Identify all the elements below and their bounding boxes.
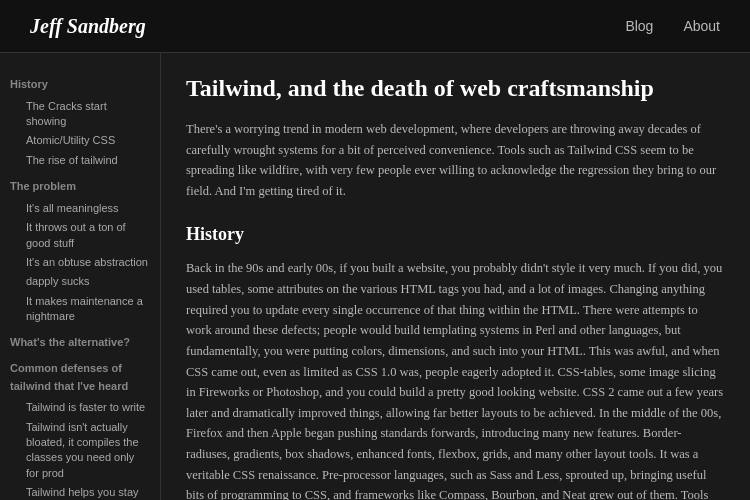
toc-item-atomic[interactable]: Atomic/Utility CSS — [10, 131, 150, 150]
toc-item-obtuse[interactable]: It's an obtuse abstraction — [10, 253, 150, 272]
main-content: Tailwind, and the death of web craftsman… — [160, 53, 750, 500]
nav-blog[interactable]: Blog — [625, 15, 653, 37]
history-body: Back in the 90s and early 00s, if you bu… — [186, 258, 725, 500]
toc-item-dapply[interactable]: dapply sucks — [10, 272, 150, 291]
toc-item-bloated[interactable]: Tailwind isn't actually bloated, it comp… — [10, 418, 150, 484]
toc-item-cracks[interactable]: The Cracks start showing — [10, 97, 150, 132]
toc-item-rise[interactable]: The rise of tailwind — [10, 151, 150, 170]
site-title[interactable]: Jeff Sandberg — [30, 10, 146, 42]
toc-item-meaningless[interactable]: It's all meaningless — [10, 199, 150, 218]
article-intro: There's a worrying trend in modern web d… — [186, 119, 725, 202]
toc-section-problem[interactable]: The problem — [10, 178, 150, 196]
nav-about[interactable]: About — [683, 15, 720, 37]
toc-section-history[interactable]: History — [10, 76, 150, 94]
toc-section-defenses[interactable]: Common defenses of tailwind that I've he… — [10, 360, 150, 395]
toc-item-maintenance[interactable]: It makes maintenance a nightmare — [10, 292, 150, 327]
toc-item-faster[interactable]: Tailwind is faster to write — [10, 398, 150, 417]
toc-item-consistent[interactable]: Tailwind helps you stay consistent — [10, 483, 150, 500]
table-of-contents: History The Cracks start showing Atomic/… — [0, 53, 160, 500]
toc-item-throws[interactable]: It throws out a ton of good stuff — [10, 218, 150, 253]
history-heading: History — [186, 220, 725, 249]
article-body: There's a worrying trend in modern web d… — [186, 119, 725, 500]
toc-section-alternative[interactable]: What's the alternative? — [10, 334, 150, 352]
article-title: Tailwind, and the death of web craftsman… — [186, 73, 725, 104]
header: Jeff Sandberg Blog About — [0, 0, 750, 53]
page-layout: History The Cracks start showing Atomic/… — [0, 53, 750, 500]
